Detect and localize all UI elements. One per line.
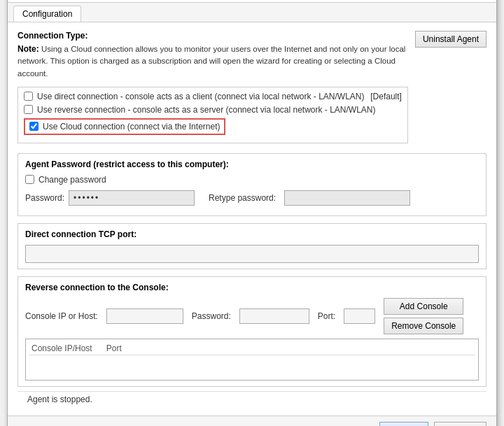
change-password-label: Change password — [38, 175, 106, 185]
col-ip-host: Console IP/Host — [31, 343, 92, 353]
footer: Install Cancel — [8, 416, 496, 426]
agent-password-title: Agent Password (restrict access to this … — [25, 159, 479, 169]
reverse-connection-checkbox[interactable] — [24, 105, 33, 114]
reverse-connection-row: Use reverse connection - console acts as… — [24, 105, 402, 115]
console-table: Console IP/Host Port — [25, 339, 479, 381]
reverse-connection-title: Reverse connection to the Console: — [25, 283, 479, 292]
tcp-port-title: Direct connection TCP port: — [25, 229, 479, 239]
reverse-connection-label: Use reverse connection - console acts as… — [37, 105, 376, 115]
connection-type-label: Connection Type: — [18, 31, 408, 41]
install-button[interactable]: Install — [379, 422, 428, 426]
change-password-checkbox[interactable] — [25, 175, 34, 184]
top-row: Connection Type: Note: Using a Cloud con… — [18, 31, 486, 149]
uninstall-agent-button[interactable]: Uninstall Agent — [415, 31, 486, 48]
tcp-port-input[interactable]: 4495 — [25, 245, 479, 263]
note-label: Note: — [18, 44, 39, 54]
default-tag: [Default] — [370, 92, 402, 101]
password-label: Password: — [25, 193, 64, 203]
rev-password-input[interactable] — [239, 308, 309, 324]
console-ip-input[interactable] — [106, 308, 183, 324]
remove-console-button[interactable]: Remove Console — [384, 318, 463, 334]
note-box: Note: Using a Cloud connection allows yo… — [18, 43, 408, 80]
cancel-button[interactable]: Cancel — [434, 422, 486, 426]
main-window: Agent Configuration − □ ✕ Configuration … — [7, 0, 497, 426]
connection-type-section: Connection Type: Note: Using a Cloud con… — [18, 31, 408, 149]
content-area: Connection Type: Note: Using a Cloud con… — [8, 22, 496, 416]
col-port: Port — [106, 343, 122, 353]
direct-connection-label: Use direct connection - console acts as … — [37, 92, 365, 101]
port-input[interactable]: 444 — [344, 308, 375, 324]
note-text: Using a Cloud connection allows you to m… — [18, 45, 405, 78]
cloud-connection-label: Use Cloud connection (connect via the In… — [43, 122, 220, 132]
tab-configuration[interactable]: Configuration — [13, 6, 81, 22]
tab-bar: Configuration — [8, 3, 496, 22]
password-input[interactable] — [69, 190, 195, 206]
password-row: Password: Retype password: — [25, 190, 479, 206]
direct-connection-checkbox[interactable] — [24, 92, 33, 101]
rev-password-label: Password: — [192, 311, 231, 321]
console-ip-label: Console IP or Host: — [25, 311, 98, 321]
status-text: Agent is stopped. — [27, 395, 92, 404]
cloud-connection-row: Use Cloud connection (connect via the In… — [24, 118, 225, 135]
port-label: Port: — [318, 311, 335, 321]
retype-label: Retype password: — [209, 193, 276, 203]
reverse-form-row: Console IP or Host: Password: Port: 444 … — [25, 298, 479, 334]
console-table-header: Console IP/Host Port — [29, 342, 475, 355]
retype-password-input[interactable] — [284, 190, 410, 206]
add-console-button[interactable]: Add Console — [384, 298, 463, 315]
cloud-connection-checkbox[interactable] — [29, 122, 38, 131]
console-buttons: Add Console Remove Console — [384, 298, 463, 334]
direct-connection-row: Use direct connection - console acts as … — [24, 92, 402, 101]
status-bar: Agent is stopped. — [18, 391, 486, 407]
